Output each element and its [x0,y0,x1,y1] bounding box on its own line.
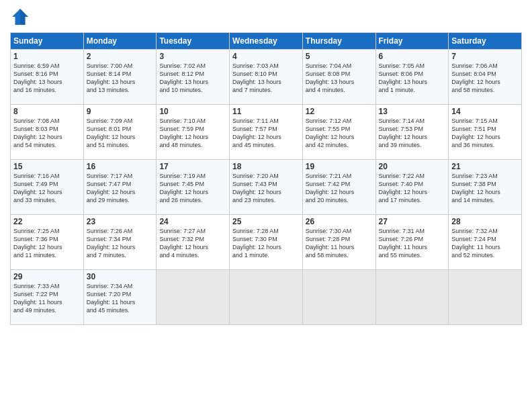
day-number: 17 [159,162,226,171]
cell-content: Sunrise: 7:22 AMSunset: 7:40 PMDaylight:… [379,173,428,203]
day-cell [449,270,522,325]
col-header-sunday: Sunday [11,33,84,50]
day-cell: 12 Sunrise: 7:12 AMSunset: 7:55 PMDaylig… [302,105,375,160]
day-cell [302,270,375,325]
cell-content: Sunrise: 7:30 AMSunset: 7:28 PMDaylight:… [306,228,355,259]
cell-content: Sunrise: 7:23 AMSunset: 7:38 PMDaylight:… [451,173,500,203]
day-cell: 8 Sunrise: 7:08 AMSunset: 8:03 PMDayligh… [11,105,84,160]
header [10,7,522,27]
day-cell: 6 Sunrise: 7:05 AMSunset: 8:06 PMDayligh… [375,50,449,105]
day-number: 9 [87,107,154,116]
day-number: 23 [87,217,154,226]
col-header-wednesday: Wednesday [230,33,303,50]
day-number: 27 [379,217,446,226]
day-cell: 9 Sunrise: 7:09 AMSunset: 8:01 PMDayligh… [83,105,157,160]
day-cell: 23 Sunrise: 7:26 AMSunset: 7:34 PMDaylig… [83,215,157,270]
day-cell [375,270,449,325]
day-number: 24 [159,217,226,226]
page-container: SundayMondayTuesdayWednesdayThursdayFrid… [0,0,532,332]
day-cell: 16 Sunrise: 7:17 AMSunset: 7:47 PMDaylig… [83,160,157,215]
day-cell: 10 Sunrise: 7:10 AMSunset: 7:59 PMDaylig… [157,105,230,160]
day-number: 1 [13,52,81,61]
day-number: 14 [451,107,519,116]
day-cell: 1 Sunrise: 6:59 AMSunset: 8:16 PMDayligh… [11,50,84,105]
day-cell: 22 Sunrise: 7:25 AMSunset: 7:36 PMDaylig… [11,215,84,270]
day-number: 19 [306,162,373,171]
logo [10,7,33,27]
day-number: 13 [379,107,446,116]
day-number: 21 [451,162,519,171]
day-number: 20 [379,162,446,171]
header-row: SundayMondayTuesdayWednesdayThursdayFrid… [11,33,522,50]
calendar-table: SundayMondayTuesdayWednesdayThursdayFrid… [10,32,522,325]
cell-content: Sunrise: 7:17 AMSunset: 7:47 PMDaylight:… [87,173,136,203]
cell-content: Sunrise: 7:02 AMSunset: 8:12 PMDaylight:… [159,62,208,93]
cell-content: Sunrise: 7:28 AMSunset: 7:30 PMDaylight:… [232,228,281,259]
day-number: 30 [87,272,154,281]
day-number: 6 [379,52,446,61]
cell-content: Sunrise: 7:09 AMSunset: 8:01 PMDaylight:… [87,118,136,148]
cell-content: Sunrise: 7:08 AMSunset: 8:03 PMDaylight:… [13,118,62,148]
cell-content: Sunrise: 7:26 AMSunset: 7:34 PMDaylight:… [87,228,136,259]
day-number: 2 [87,52,154,61]
day-number: 5 [306,52,373,61]
day-cell: 21 Sunrise: 7:23 AMSunset: 7:38 PMDaylig… [449,160,522,215]
day-cell: 13 Sunrise: 7:14 AMSunset: 7:53 PMDaylig… [375,105,449,160]
day-number: 29 [13,272,81,281]
cell-content: Sunrise: 7:27 AMSunset: 7:32 PMDaylight:… [159,228,208,259]
day-number: 8 [13,107,81,116]
week-row-3: 15 Sunrise: 7:16 AMSunset: 7:49 PMDaylig… [11,160,522,215]
day-cell: 19 Sunrise: 7:21 AMSunset: 7:42 PMDaylig… [302,160,375,215]
day-cell: 24 Sunrise: 7:27 AMSunset: 7:32 PMDaylig… [157,215,230,270]
cell-content: Sunrise: 7:19 AMSunset: 7:45 PMDaylight:… [159,173,208,203]
svg-marker-1 [20,9,28,25]
day-cell: 28 Sunrise: 7:32 AMSunset: 7:24 PMDaylig… [449,215,522,270]
col-header-monday: Monday [83,33,157,50]
cell-content: Sunrise: 7:32 AMSunset: 7:24 PMDaylight:… [451,228,500,259]
cell-content: Sunrise: 7:31 AMSunset: 7:26 PMDaylight:… [379,228,428,259]
cell-content: Sunrise: 7:04 AMSunset: 8:08 PMDaylight:… [306,62,355,93]
cell-content: Sunrise: 7:33 AMSunset: 7:22 PMDaylight:… [13,283,62,314]
col-header-thursday: Thursday [302,33,375,50]
day-cell: 20 Sunrise: 7:22 AMSunset: 7:40 PMDaylig… [375,160,449,215]
day-cell: 5 Sunrise: 7:04 AMSunset: 8:08 PMDayligh… [302,50,375,105]
day-cell: 29 Sunrise: 7:33 AMSunset: 7:22 PMDaylig… [11,270,84,325]
day-cell: 17 Sunrise: 7:19 AMSunset: 7:45 PMDaylig… [157,160,230,215]
day-cell: 15 Sunrise: 7:16 AMSunset: 7:49 PMDaylig… [11,160,84,215]
day-number: 3 [159,52,226,61]
day-number: 25 [232,217,300,226]
cell-content: Sunrise: 7:20 AMSunset: 7:43 PMDaylight:… [232,173,281,203]
day-number: 22 [13,217,81,226]
week-row-4: 22 Sunrise: 7:25 AMSunset: 7:36 PMDaylig… [11,215,522,270]
day-cell: 26 Sunrise: 7:30 AMSunset: 7:28 PMDaylig… [302,215,375,270]
day-cell: 4 Sunrise: 7:03 AMSunset: 8:10 PMDayligh… [230,50,303,105]
day-cell [157,270,230,325]
day-cell: 25 Sunrise: 7:28 AMSunset: 7:30 PMDaylig… [230,215,303,270]
cell-content: Sunrise: 7:14 AMSunset: 7:53 PMDaylight:… [379,118,428,148]
day-cell: 18 Sunrise: 7:20 AMSunset: 7:43 PMDaylig… [230,160,303,215]
day-number: 10 [159,107,226,116]
col-header-friday: Friday [375,33,449,50]
cell-content: Sunrise: 7:06 AMSunset: 8:04 PMDaylight:… [451,62,500,93]
day-number: 26 [306,217,373,226]
day-cell: 30 Sunrise: 7:34 AMSunset: 7:20 PMDaylig… [83,270,157,325]
cell-content: Sunrise: 7:05 AMSunset: 8:06 PMDaylight:… [379,62,428,93]
logo-icon [10,7,30,27]
day-number: 18 [232,162,300,171]
cell-content: Sunrise: 7:03 AMSunset: 8:10 PMDaylight:… [232,62,281,93]
cell-content: Sunrise: 7:12 AMSunset: 7:55 PMDaylight:… [306,118,355,148]
cell-content: Sunrise: 7:10 AMSunset: 7:59 PMDaylight:… [159,118,208,148]
day-cell: 2 Sunrise: 7:00 AMSunset: 8:14 PMDayligh… [83,50,157,105]
cell-content: Sunrise: 7:11 AMSunset: 7:57 PMDaylight:… [232,118,281,148]
week-row-1: 1 Sunrise: 6:59 AMSunset: 8:16 PMDayligh… [11,50,522,105]
cell-content: Sunrise: 7:16 AMSunset: 7:49 PMDaylight:… [13,173,62,203]
week-row-2: 8 Sunrise: 7:08 AMSunset: 8:03 PMDayligh… [11,105,522,160]
day-cell [230,270,303,325]
day-number: 12 [306,107,373,116]
cell-content: Sunrise: 6:59 AMSunset: 8:16 PMDaylight:… [13,62,62,93]
day-cell: 11 Sunrise: 7:11 AMSunset: 7:57 PMDaylig… [230,105,303,160]
cell-content: Sunrise: 7:00 AMSunset: 8:14 PMDaylight:… [87,62,136,93]
col-header-saturday: Saturday [449,33,522,50]
day-cell: 14 Sunrise: 7:15 AMSunset: 7:51 PMDaylig… [449,105,522,160]
day-number: 15 [13,162,81,171]
